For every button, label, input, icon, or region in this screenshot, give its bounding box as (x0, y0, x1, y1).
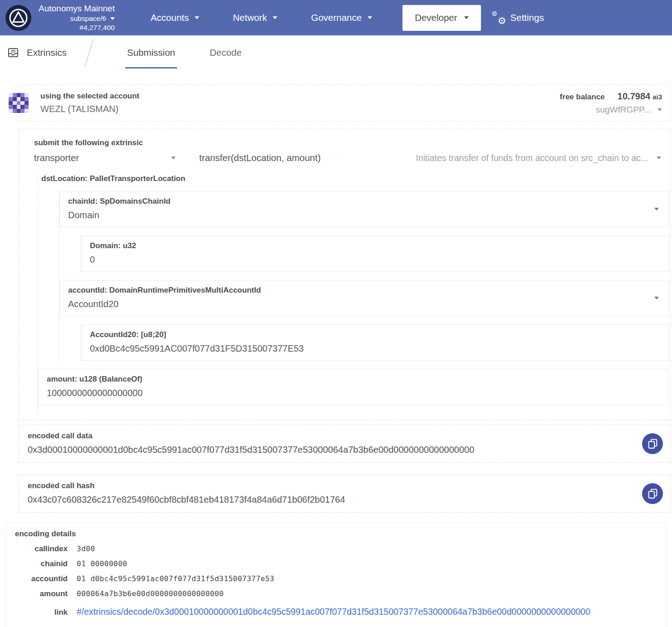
copy-call-hash-button[interactable] (642, 483, 663, 504)
extrinsic-builder: submit the following extrinsic transport… (18, 129, 671, 420)
account-id-value: AccountId20 (68, 299, 642, 309)
chain-selector[interactable]: subspace/6 (70, 14, 115, 23)
encoded-call-data-box: encoded call data 0x3d00010000000001d0bc… (18, 425, 671, 463)
top-nav-bar: Autonomys Mainnet subspace/6 #4,277,400 … (0, 0, 672, 35)
account-select-label: using the selected account (40, 92, 139, 101)
chevron-down-icon (273, 16, 277, 19)
account-address-short: sugWfRGPP... (596, 105, 651, 115)
chain-spec-label: subspace/6 (70, 14, 106, 23)
tab-submission[interactable]: Submission (122, 35, 181, 70)
method-value: transfer(dstLocation, amount) (199, 152, 321, 163)
domain-u32-label: Domain: u32 (90, 241, 642, 250)
amount-label: amount: u128 (BalanceOf) (47, 375, 641, 384)
account-id20-input[interactable]: AccountId20: [u8;20] 0xd0Bc4c95c5991AC00… (81, 324, 669, 361)
balance-area: free balance 10.7984ai3 sugWfRGPP... (560, 91, 662, 115)
amount-input[interactable]: amount: u128 (BalanceOf) 100000000000000… (38, 369, 668, 405)
slanted-divider (81, 38, 96, 68)
chevron-down-icon (195, 16, 199, 19)
chevron-down-icon (464, 16, 469, 19)
account-address-toggle[interactable]: sugWfRGPP... (560, 105, 662, 115)
chain-id-children: Domain: u32 0 (81, 235, 669, 272)
selected-account-box: using the selected account WEZL (TALISMA… (18, 84, 671, 122)
chain-id-label: chainId: SpDomainsChainId (68, 197, 642, 206)
nav-item-accounts[interactable]: Accounts (134, 12, 216, 23)
account-id-select[interactable]: accountId: DomainRuntimePrimitivesMultiA… (59, 280, 669, 316)
method-select[interactable]: transfer(dstLocation, amount) (199, 152, 321, 163)
dst-location-children: chainId: SpDomainsChainId Domain Domain:… (59, 191, 669, 361)
gears-icon: ⚙ ⚙ (492, 11, 506, 24)
settings-label: Settings (510, 12, 544, 23)
extrinsics-icon (7, 47, 19, 58)
encoding-row-chainid: chainid 01 00000000 (15, 559, 658, 568)
encoding-row-callindex: callindex 3d00 (15, 544, 658, 554)
chain-id-value: Domain (68, 210, 642, 220)
block-number: #4,277,400 (79, 23, 115, 32)
encoded-call-data-value: 0x3d00010000000001d0bc4c95c5991ac007f077… (28, 445, 629, 455)
copy-icon (648, 439, 657, 449)
account-select[interactable]: using the selected account WEZL (TALISMA… (40, 92, 139, 114)
chevron-down-icon (657, 157, 661, 159)
tab-decode[interactable]: Decode (204, 35, 247, 70)
decode-link[interactable]: #/extrinsics/decode/0x3d00010000000001d0… (77, 607, 590, 617)
nav-item-governance[interactable]: Governance (294, 12, 389, 23)
chevron-down-icon (368, 16, 372, 19)
chain-name: Autonomys Mainnet (39, 3, 115, 15)
encoding-details-title: encoding details (15, 529, 658, 539)
encoded-call-hash-box: encoded call hash 0x43c07c608326c217e825… (18, 475, 671, 513)
autonomys-logo-icon[interactable] (5, 5, 31, 31)
pallet-select[interactable]: transporter (34, 152, 176, 163)
chain-info: Autonomys Mainnet subspace/6 #4,277,400 (39, 3, 115, 33)
account-id20-label: AccountId20: [u8;20] (90, 330, 642, 339)
tabs: Submission Decode (122, 35, 271, 70)
balance-unit: ai3 (652, 93, 662, 101)
account-id-label: accountId: DomainRuntimePrimitivesMultiA… (68, 286, 642, 295)
method-description-select[interactable]: Initiates transfer of funds from account… (416, 153, 661, 163)
encoding-details-box: encoding details callindex 3d00 chainid … (5, 523, 667, 627)
chevron-down-icon (654, 297, 659, 299)
copy-icon (648, 489, 657, 499)
pallet-value: transporter (34, 152, 79, 163)
chevron-down-icon (171, 157, 176, 159)
nav-item-developer-active[interactable]: Developer (402, 5, 481, 31)
free-balance-label: free balance (560, 93, 605, 102)
encoded-call-hash-label: encoded call hash (28, 481, 629, 490)
amount-value: 1000000000000000000 (47, 388, 641, 398)
settings-button[interactable]: ⚙ ⚙ Settings (492, 11, 544, 24)
method-description: Initiates transfer of funds from account… (416, 153, 648, 163)
chain-id-select[interactable]: chainId: SpDomainsChainId Domain (59, 191, 669, 227)
encoded-call-data-label: encoded call data (28, 431, 629, 441)
account-identicon[interactable] (9, 93, 29, 113)
account-id-children: AccountId20: [u8;20] 0xd0Bc4c95c5991AC00… (81, 324, 669, 361)
section-heading: Extrinsics (0, 35, 81, 70)
page-title: Extrinsics (27, 47, 67, 58)
account-id20-value: 0xd0Bc4c95c5991AC007f077d31F5D315007377E… (90, 343, 642, 354)
encoded-call-hash-value: 0x43c07c608326c217e82549f60cbf8cbf481eb4… (28, 495, 629, 505)
chevron-down-icon (654, 208, 659, 211)
copy-call-data-button[interactable] (642, 433, 663, 454)
encoding-row-link: link #/extrinsics/decode/0x3d00010000000… (15, 607, 658, 617)
account-name: WEZL (TALISMAN) (40, 104, 139, 114)
encoding-row-accountid: accountid 01 d0bc4c95c5991ac007f077d31f5… (15, 574, 658, 583)
domain-u32-input[interactable]: Domain: u32 0 (81, 235, 669, 272)
encoding-row-amount: amount 000064a7b3b6e00d0000000000000000 (15, 589, 658, 598)
chevron-down-icon (657, 108, 662, 111)
chevron-down-icon (110, 17, 115, 20)
main-nav: Accounts Network Governance (134, 12, 389, 23)
tab-bar: Extrinsics Submission Decode (0, 35, 672, 70)
free-balance-value: 10.7984ai3 (618, 91, 662, 102)
nav-item-network[interactable]: Network (216, 12, 294, 23)
domain-u32-value: 0 (90, 255, 642, 265)
params-tree: dstLocation: PalletTransporterLocation c… (38, 171, 669, 416)
extrinsic-section-label: submit the following extrinsic (34, 138, 661, 147)
param-dst-location-label: dstLocation: PalletTransporterLocation (38, 171, 669, 186)
